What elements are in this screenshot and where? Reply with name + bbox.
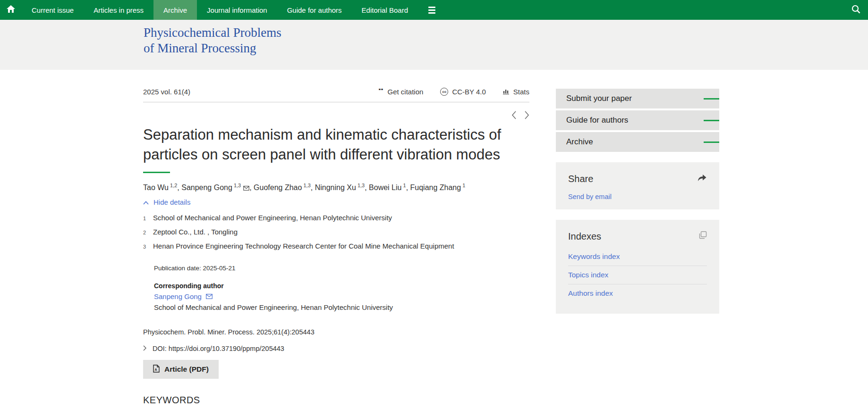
nav-item-current-issue[interactable]: Current issue [22, 0, 84, 20]
copy-pages-icon [699, 231, 707, 241]
site-header: Physicochemical Problems of Mineral Proc… [0, 20, 868, 70]
author-affiliation-sup: 1 [461, 183, 465, 188]
author-name: Fuqiang Zhang [410, 183, 461, 192]
publication-date: Publication date: 2025-05-21 [154, 265, 529, 272]
author-envelope-icon [243, 184, 249, 192]
affiliation-row: 2Zeptool Co., Ltd. , Tongling [143, 227, 529, 237]
author-affiliation-sup: 1 [401, 183, 406, 188]
author-name: Bowei Liu [369, 183, 401, 192]
home-button[interactable] [0, 0, 22, 20]
sidebar-button-label: Guide for authors [566, 116, 628, 125]
author-name: Tao Wu [143, 183, 169, 192]
doi-link[interactable]: DOI: https://doi.org/10.37190/ppmp/20544… [143, 345, 529, 352]
nav-item-articles-in-press[interactable]: Articles in press [84, 0, 153, 20]
hide-details-toggle[interactable]: Hide details [143, 198, 529, 206]
index-link-authors-index[interactable]: Authors index [568, 284, 707, 302]
share-title: Share [568, 174, 593, 184]
keywords-heading: KEYWORDS [143, 395, 529, 406]
author-affiliation-sup: 1,3 [302, 183, 310, 188]
indexes-panel: Indexes Keywords indexTopics indexAuthor… [556, 220, 719, 314]
author-affiliation-sup: 1,2 [169, 183, 177, 188]
nav-item-archive[interactable]: Archive [153, 0, 197, 20]
author-name: Sanpeng Gong [181, 183, 232, 192]
green-dash-accent [704, 98, 719, 100]
sidebar-buttons: Submit your paperGuide for authorsArchiv… [556, 89, 719, 152]
title-accent-underline [143, 172, 170, 173]
affiliation-text: School of Mechanical and Power Engineeri… [153, 213, 392, 223]
svg-text:A: A [154, 367, 157, 371]
affiliation-text: Zeptool Co., Ltd. , Tongling [153, 227, 238, 237]
corresponding-author-heading: Corresponding author [154, 282, 529, 290]
index-link-topics-index[interactable]: Topics index [568, 266, 707, 284]
license-link[interactable]: cc CC-BY 4.0 [440, 88, 485, 96]
next-article-button[interactable] [524, 111, 529, 121]
share-arrow-icon [697, 174, 707, 183]
author: Ningning Xu 1,3 [315, 183, 365, 192]
home-icon [7, 5, 15, 15]
sidebar-button-archive[interactable]: Archive [556, 132, 719, 152]
article-pdf-button[interactable]: A Article (PDF) [143, 360, 219, 379]
sidebar-button-label: Archive [566, 137, 593, 147]
sidebar: Submit your paperGuide for authorsArchiv… [556, 89, 719, 314]
affiliation-row: 1School of Mechanical and Power Engineer… [143, 213, 529, 223]
author: Fuqiang Zhang 1 [410, 183, 466, 192]
citation-line: Physicochem. Probl. Miner. Process. 2025… [143, 328, 529, 336]
corresponding-author-link[interactable]: Sanpeng Gong [154, 292, 529, 300]
cc-icon: cc [440, 88, 448, 96]
top-nav: Current issueArticles in pressArchiveJou… [0, 0, 868, 20]
affiliation-number: 1 [143, 213, 153, 223]
nav-item-editorial-board[interactable]: Editorial Board [352, 0, 418, 20]
hamburger-icon [428, 7, 435, 8]
chevron-left-icon [511, 110, 517, 122]
affiliation-row: 3Henan Province Engineering Technology R… [143, 241, 529, 251]
sidebar-button-submit-your-paper[interactable]: Submit your paper [556, 89, 719, 108]
author-name: Ningning Xu [315, 183, 356, 192]
sidebar-button-guide-for-authors[interactable]: Guide for authors [556, 110, 719, 130]
indexes-title: Indexes [568, 231, 601, 242]
get-citation-button[interactable]: “ Get citation [378, 88, 424, 96]
quote-icon: “ [378, 89, 384, 95]
corresponding-author-affiliation: School of Mechanical and Power Engineeri… [154, 303, 529, 311]
pdf-file-icon: A [153, 365, 160, 375]
nav-item-guide-for-authors[interactable]: Guide for authors [277, 0, 352, 20]
affiliation-number: 2 [143, 227, 153, 237]
chevron-up-icon [143, 198, 149, 206]
stats-icon [503, 88, 510, 96]
author: Tao Wu 1,2 [143, 183, 177, 192]
search-button[interactable] [844, 0, 868, 20]
main-area: 2025 vol. 61(4) “ Get citation cc CC-BY … [0, 70, 868, 408]
article-title: Separation mechanism and kinematic chara… [143, 125, 529, 165]
green-dash-accent [704, 120, 719, 121]
nav-items: Current issueArticles in pressArchiveJou… [22, 0, 418, 20]
affiliations-list: 1School of Mechanical and Power Engineer… [143, 213, 529, 251]
search-icon [851, 5, 860, 16]
journal-title-line2: of Mineral Processing [144, 41, 281, 56]
journal-title-line1: Physicochemical Problems [144, 25, 281, 41]
stats-button[interactable]: Stats [503, 88, 529, 96]
author: Sanpeng Gong 1,3 [181, 183, 249, 192]
author: Bowei Liu 1 [369, 183, 406, 192]
journal-title-link[interactable]: Physicochemical Problems of Mineral Proc… [144, 20, 281, 56]
chevron-right-icon [524, 110, 529, 122]
envelope-icon [206, 292, 213, 300]
author-affiliation-sup: 1,3 [232, 183, 241, 188]
chevron-right-small-icon [143, 345, 146, 352]
nav-item-journal-information[interactable]: Journal information [197, 0, 277, 20]
previous-article-button[interactable] [511, 111, 517, 121]
author: Guofeng Zhao 1,3 [254, 183, 311, 192]
authors-line: Tao Wu 1,2, Sanpeng Gong 1,3, Guofeng Zh… [143, 183, 529, 192]
affiliation-text: Henan Province Engineering Technology Re… [153, 241, 454, 251]
affiliation-number: 3 [143, 241, 153, 251]
index-links: Keywords indexTopics indexAuthors index [568, 248, 707, 302]
send-by-email-link[interactable]: Send by email [568, 193, 612, 200]
menu-button[interactable] [422, 0, 442, 20]
index-link-keywords-index[interactable]: Keywords index [568, 248, 707, 266]
sidebar-button-label: Submit your paper [566, 94, 632, 103]
author-name: Guofeng Zhao [254, 183, 302, 192]
author-affiliation-sup: 1,3 [356, 183, 365, 188]
article-content: 2025 vol. 61(4) “ Get citation cc CC-BY … [143, 70, 529, 408]
article-meta-row: 2025 vol. 61(4) “ Get citation cc CC-BY … [143, 88, 529, 102]
share-panel: Share Send by email [556, 162, 719, 209]
issue-label: 2025 vol. 61(4) [143, 88, 190, 96]
green-dash-accent [704, 142, 719, 143]
